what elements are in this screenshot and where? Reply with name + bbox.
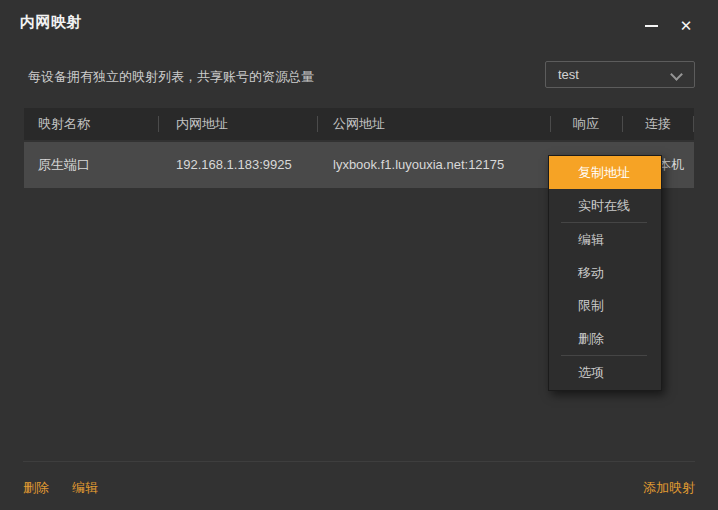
cell-lan-address: 192.168.1.183:9925 xyxy=(158,142,317,188)
app-window: 内网映射 ✕ 每设备拥有独立的映射列表，共享账号的资源总量 test 映射名称 … xyxy=(0,0,718,510)
device-select-value: test xyxy=(558,67,579,82)
chevron-down-icon xyxy=(670,68,683,81)
menu-item-limit[interactable]: 限制 xyxy=(549,289,661,322)
menu-item-options[interactable]: 选项 xyxy=(549,356,661,389)
minimize-button[interactable] xyxy=(635,11,667,41)
column-header-lan-address: 内网地址 xyxy=(158,108,317,140)
close-button[interactable]: ✕ xyxy=(670,11,702,41)
footer-divider xyxy=(23,461,695,462)
column-header-name: 映射名称 xyxy=(24,108,158,140)
table-header: 映射名称 内网地址 公网地址 响应 连接 xyxy=(24,108,694,140)
menu-item-edit[interactable]: 编辑 xyxy=(549,223,661,256)
context-menu: 复制地址 实时在线 编辑 移动 限制 删除 选项 xyxy=(548,155,662,391)
window-title: 内网映射 xyxy=(20,13,82,32)
cell-wan-address: lyxbook.f1.luyouxia.net:12175 xyxy=(317,142,550,188)
title-bar: 内网映射 ✕ xyxy=(0,0,718,48)
add-mapping-link[interactable]: 添加映射 xyxy=(643,479,695,497)
edit-link[interactable]: 编辑 xyxy=(72,479,98,497)
close-icon: ✕ xyxy=(680,17,693,35)
menu-item-move[interactable]: 移动 xyxy=(549,256,661,289)
menu-item-realtime-online[interactable]: 实时在线 xyxy=(549,189,661,222)
column-header-connection: 连接 xyxy=(622,108,694,140)
column-header-wan-address: 公网地址 xyxy=(317,108,550,140)
subtitle-text: 每设备拥有独立的映射列表，共享账号的资源总量 xyxy=(28,68,314,86)
menu-item-copy-address[interactable]: 复制地址 xyxy=(549,156,661,189)
menu-item-delete[interactable]: 删除 xyxy=(549,322,661,355)
device-select[interactable]: test xyxy=(545,61,695,88)
cell-mapping-name: 原生端口 xyxy=(24,142,158,188)
column-header-response: 响应 xyxy=(550,108,622,140)
minimize-icon xyxy=(645,25,658,27)
delete-link[interactable]: 删除 xyxy=(23,479,49,497)
